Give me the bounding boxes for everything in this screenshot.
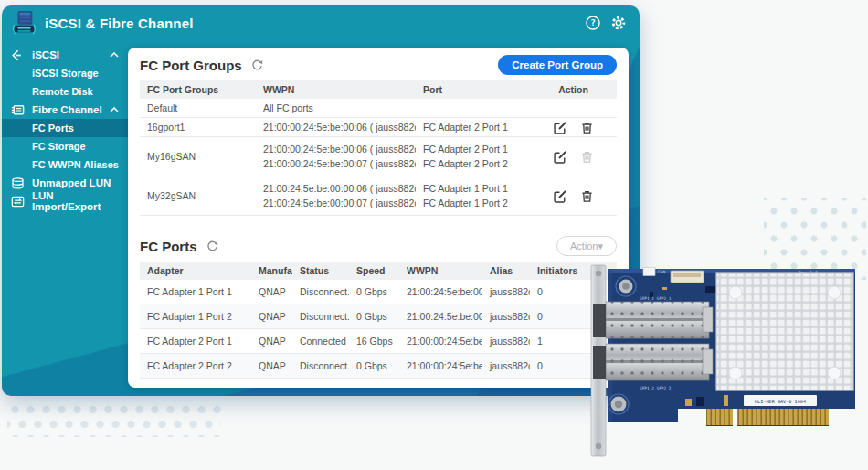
table-row[interactable]: My16gSAN 21:00:00:24:5e:be:00:06 ( jauss… xyxy=(140,137,617,176)
table-row[interactable]: My32gSAN 21:00:24:5e:be:00:00:06 ( jauss… xyxy=(140,176,617,216)
sidebar-item-iscsi[interactable]: iSCSI xyxy=(2,46,128,64)
sidebar-item-fibre-channel[interactable]: Fibre Channel xyxy=(2,101,128,119)
port-wwpn: 21:00:00:24:5e:be:00... xyxy=(399,333,482,349)
port-groups-title: FC Port Groups xyxy=(140,58,242,73)
table-row[interactable]: FC Adapter 2 Port 2 QNAP Disconnect... 0… xyxy=(140,354,617,379)
titlebar: iSCSI & Fibre Channel ? xyxy=(2,5,640,40)
titlebar-actions: ? xyxy=(585,15,627,31)
component xyxy=(724,395,728,406)
column-header: Alias xyxy=(482,262,530,280)
create-port-group-button[interactable]: Create Port Group xyxy=(498,55,617,75)
caret-down-icon: ▾ xyxy=(598,240,603,251)
fc-ports-table-header: Adapter Manufa... Status Speed WWPN Alia… xyxy=(140,262,617,280)
delete-icon[interactable] xyxy=(580,121,594,134)
column-header: Port xyxy=(416,80,530,99)
port-wwpn: 21:00:24:5e:be:00:00... xyxy=(399,308,482,325)
sidebar-item-remote-disk[interactable]: Remote Disk xyxy=(2,82,128,101)
port-speed: 0 Gbps xyxy=(349,283,399,300)
table-row[interactable]: FC Adapter 2 Port 1 QNAP Connected 16 Gb… xyxy=(140,329,617,354)
port-manufacturer: QNAP xyxy=(251,358,292,374)
column-header: Speed xyxy=(349,262,399,280)
sidebar-label: FC Storage xyxy=(32,141,86,152)
sidebar-item-fc-ports[interactable]: FC Ports xyxy=(2,119,128,137)
edit-icon[interactable] xyxy=(554,150,567,164)
port-status: Connected xyxy=(292,333,349,349)
sidebar-item-fc-storage[interactable]: FC Storage xyxy=(2,137,128,155)
group-port: FC Adapter 2 Port 1 xyxy=(416,119,530,135)
sidebar-label: iSCSI Storage xyxy=(32,68,99,79)
sidebar-item-fc-wwpn-aliases[interactable]: FC WWPN Aliases xyxy=(2,155,128,174)
group-actions xyxy=(530,147,617,166)
column-header: WWPN xyxy=(256,80,416,99)
port-alias: jauss882c... xyxy=(482,308,530,325)
port-speed: 0 Gbps xyxy=(349,358,399,374)
fibre-channel-icon xyxy=(10,103,26,117)
refresh-icon[interactable] xyxy=(250,59,264,72)
edit-icon[interactable] xyxy=(554,121,567,134)
group-name: My16gSAN xyxy=(140,148,256,165)
group-actions xyxy=(530,187,617,206)
fc-ports-table: Adapter Manufa... Status Speed WWPN Alia… xyxy=(140,262,617,379)
edit-icon[interactable] xyxy=(554,189,567,203)
table-row[interactable]: FC Adapter 1 Port 2 QNAP Disconnect... 0… xyxy=(140,304,617,329)
column-header: Manufa... xyxy=(251,262,292,280)
help-icon[interactable]: ? xyxy=(585,15,601,31)
column-header: FC Port Groups xyxy=(140,80,256,99)
port-adapter: FC Adapter 2 Port 1 xyxy=(140,333,251,349)
app-window: iSCSI & Fibre Channel ? iSCSI iSCSI xyxy=(2,5,640,396)
port-groups-header: FC Port Groups Create Port Group xyxy=(140,53,617,77)
action-button[interactable]: Action▾ xyxy=(556,236,617,256)
group-wwpn: All FC ports xyxy=(256,100,416,116)
sidebar-label: Remote Disk xyxy=(32,86,93,97)
sidebar-label: LUN Import/Export xyxy=(32,190,119,212)
iscsi-icon xyxy=(10,48,26,62)
port-alias: jauss882c... xyxy=(482,333,530,349)
port-groups-table-header: FC Port Groups WWPN Port Action xyxy=(140,80,617,99)
chevron-up-icon[interactable] xyxy=(110,52,119,58)
decor-dots-bottom-left xyxy=(7,402,221,437)
chevron-up-icon[interactable] xyxy=(110,107,119,112)
port-adapter: FC Adapter 1 Port 2 xyxy=(140,308,251,325)
group-actions xyxy=(530,105,617,111)
port-wwpn: 21:00:00:24:5e:be:00... xyxy=(399,358,482,374)
group-wwpn: 21:00:00:24:5e:be:00:06 ( jauss882c16p1 … xyxy=(256,119,416,135)
port-manufacturer: QNAP xyxy=(251,333,292,349)
group-name: My32gSAN xyxy=(140,187,256,204)
card-sticker: HLI-HDR 8AV-0 1904 xyxy=(744,395,817,406)
column-header: WWPN xyxy=(399,262,482,280)
fc-adapter-card-image: FAN SFP1_1 SFP2_1 SFP1_2 SFP2_2 Rev:1.0 xyxy=(588,262,868,470)
gear-icon[interactable] xyxy=(610,15,627,31)
card-bracket xyxy=(591,265,606,456)
sidebar: iSCSI iSCSI Storage Remote Disk Fibre Ch… xyxy=(2,46,128,210)
column-header: Status xyxy=(292,262,349,280)
group-name: 16gport1 xyxy=(140,119,256,135)
main-panel: FC Port Groups Create Port Group FC Port… xyxy=(128,48,629,388)
port-speed: 16 Gbps xyxy=(349,333,399,349)
port-manufacturer: QNAP xyxy=(251,283,292,300)
group-port xyxy=(416,105,530,111)
port-manufacturer: QNAP xyxy=(251,308,292,325)
delete-icon[interactable] xyxy=(580,189,594,203)
window-title: iSCSI & Fibre Channel xyxy=(45,16,585,31)
table-row[interactable]: 16gport1 21:00:00:24:5e:be:00:06 ( jauss… xyxy=(140,118,617,137)
refresh-icon[interactable] xyxy=(206,240,219,253)
fc-ports-header: FC Ports Action▾ xyxy=(140,234,617,258)
group-port: FC Adapter 2 Port 1 FC Adapter 2 Port 2 xyxy=(416,139,530,174)
fc-ports-title: FC Ports xyxy=(140,239,197,254)
table-row[interactable]: Default All FC ports xyxy=(140,99,617,118)
table-row[interactable]: FC Adapter 1 Port 1 QNAP Disconnect... 0… xyxy=(140,280,617,304)
port-alias: jauss882c... xyxy=(482,283,530,300)
import-export-icon xyxy=(10,195,26,208)
disk-stack-icon xyxy=(10,176,26,190)
port-status: Disconnect... xyxy=(292,283,349,300)
sidebar-item-unmapped-lun[interactable]: Unmapped LUN xyxy=(2,174,128,192)
port-status: Disconnect... xyxy=(292,308,349,325)
column-header: Adapter xyxy=(140,262,251,280)
port-speed: 0 Gbps xyxy=(349,308,399,325)
port-status: Disconnect... xyxy=(292,358,349,374)
group-name: Default xyxy=(140,100,256,116)
delete-icon-disabled xyxy=(580,150,594,164)
sidebar-item-iscsi-storage[interactable]: iSCSI Storage xyxy=(2,64,128,82)
sidebar-item-lun-import-export[interactable]: LUN Import/Export xyxy=(2,192,128,210)
svg-text:?: ? xyxy=(590,17,596,27)
